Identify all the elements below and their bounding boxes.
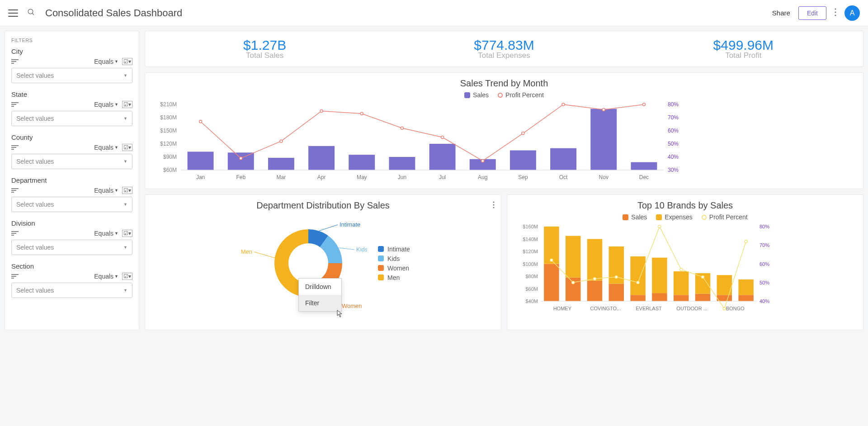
svg-point-4	[835, 14, 836, 16]
filters-heading: FILTERS	[11, 38, 132, 43]
checklist-icon[interactable]: ☑▾	[122, 230, 132, 237]
svg-point-44	[320, 110, 323, 113]
svg-text:60%: 60%	[668, 128, 679, 134]
svg-text:Intimate: Intimate	[340, 221, 360, 228]
svg-point-104	[702, 275, 704, 278]
equals-dropdown[interactable]: Equals▼	[94, 273, 118, 280]
svg-point-46	[401, 127, 403, 129]
svg-point-2	[835, 8, 836, 9]
equals-dropdown[interactable]: Equals▼	[94, 58, 118, 65]
svg-text:$180M: $180M	[160, 114, 177, 121]
select-values[interactable]: Select values▼	[11, 240, 132, 255]
equals-dropdown[interactable]: Equals▼	[94, 144, 118, 151]
brands-chart[interactable]: $40M$60M$80M$100M$120M$140M$160M40%50%60…	[515, 224, 778, 315]
svg-text:Jan: Jan	[196, 174, 205, 180]
checklist-icon[interactable]: ☑▾	[122, 58, 132, 65]
filter-county: County Equals▼ ☑▾ Select values▼	[11, 133, 132, 169]
legend-sales: Sales	[473, 91, 489, 99]
share-button[interactable]: Share	[772, 9, 790, 17]
kpi-value: $774.83M	[384, 38, 623, 53]
legend-expenses: Expenses	[665, 213, 692, 221]
svg-text:$40M: $40M	[525, 298, 538, 304]
filter-state: State Equals▼ ☑▾ Select values▼	[11, 90, 132, 126]
kpi: $774.83MTotal Expenses	[384, 38, 623, 60]
svg-text:Aug: Aug	[478, 174, 487, 180]
svg-line-59	[339, 248, 354, 250]
legend-item: Men	[378, 274, 410, 281]
checklist-icon[interactable]: ☑▾	[122, 144, 132, 151]
svg-text:Dec: Dec	[639, 174, 649, 180]
svg-rect-81	[587, 281, 602, 301]
select-values[interactable]: Select values▼	[11, 111, 132, 126]
svg-text:Jun: Jun	[398, 174, 406, 180]
svg-point-52	[642, 103, 645, 106]
legend-profit-pct-b: Profit Percent	[709, 213, 748, 221]
select-values[interactable]: Select values▼	[11, 283, 132, 298]
svg-text:Sep: Sep	[518, 174, 528, 180]
svg-point-3	[835, 11, 836, 13]
card-more-icon[interactable]	[493, 201, 495, 210]
svg-text:Mar: Mar	[277, 174, 286, 180]
svg-point-0	[28, 9, 33, 14]
svg-rect-21	[268, 158, 294, 170]
filter-city: City Equals▼ ☑▾ Select values▼	[11, 47, 132, 83]
svg-rect-23	[308, 146, 335, 170]
avatar[interactable]: A	[844, 5, 860, 21]
context-menu-filter[interactable]: Filter	[299, 295, 341, 311]
svg-text:70%: 70%	[668, 114, 679, 121]
svg-text:80%: 80%	[668, 102, 679, 108]
svg-text:60%: 60%	[760, 261, 769, 267]
search-icon[interactable]	[27, 8, 35, 18]
select-values[interactable]: Select values▼	[11, 154, 132, 169]
svg-text:80%: 80%	[760, 224, 769, 229]
equals-dropdown[interactable]: Equals▼	[94, 187, 118, 194]
svg-text:May: May	[357, 174, 367, 180]
filter-label: City	[11, 47, 132, 55]
checklist-icon[interactable]: ☑▾	[122, 187, 132, 194]
svg-point-98	[572, 281, 575, 284]
svg-rect-77	[544, 264, 559, 302]
sales-trend-chart[interactable]: $60M$90M$120M$150M$180M$210M30%40%50%60%…	[153, 102, 687, 184]
brands-legend: Sales Expenses Profit Percent	[515, 213, 855, 221]
svg-rect-82	[587, 239, 602, 281]
svg-rect-89	[674, 295, 689, 301]
svg-line-1	[32, 13, 34, 15]
app-header: Consolidated Sales Dashboard Share Edit …	[0, 0, 868, 26]
kpi-value: $499.96M	[624, 38, 863, 53]
checklist-icon[interactable]: ☑▾	[122, 101, 132, 108]
filters-panel: FILTERS City Equals▼ ☑▾ Select values▼St…	[5, 31, 139, 330]
select-values[interactable]: Select values▼	[11, 68, 132, 83]
svg-text:50%: 50%	[760, 280, 769, 285]
menu-icon[interactable]	[8, 9, 18, 17]
svg-text:$150M: $150M	[160, 128, 177, 134]
more-icon[interactable]	[835, 8, 836, 18]
svg-rect-88	[652, 258, 667, 293]
svg-point-48	[481, 160, 484, 162]
kpi-value: $1.27B	[145, 38, 384, 53]
sales-trend-legend: Sales Profit Percent	[153, 91, 855, 99]
equals-dropdown[interactable]: Equals▼	[94, 101, 118, 108]
select-values[interactable]: Select values▼	[11, 197, 132, 212]
svg-text:$60M: $60M	[525, 286, 538, 292]
svg-point-43	[280, 140, 283, 142]
svg-point-56	[493, 207, 495, 208]
context-menu-drilldown[interactable]: Drilldown	[299, 279, 341, 295]
filter-label: Department	[11, 176, 132, 184]
bars-icon	[11, 188, 19, 193]
svg-point-42	[240, 157, 242, 160]
svg-rect-33	[510, 151, 536, 170]
filter-division: Division Equals▼ ☑▾ Select values▼	[11, 219, 132, 255]
svg-rect-91	[695, 294, 710, 302]
checklist-icon[interactable]: ☑▾	[122, 273, 132, 280]
svg-rect-19	[228, 152, 254, 170]
svg-point-101	[637, 281, 639, 284]
svg-point-97	[550, 259, 553, 261]
bars-icon	[11, 231, 19, 236]
kpi: $1.27BTotal Sales	[145, 38, 384, 60]
filter-label: Division	[11, 219, 132, 227]
kpi-row: $1.27BTotal Sales$774.83MTotal Expenses$…	[145, 31, 863, 67]
equals-dropdown[interactable]: Equals▼	[94, 230, 118, 237]
svg-text:BONGO: BONGO	[726, 306, 745, 311]
svg-text:$90M: $90M	[163, 154, 177, 160]
edit-button[interactable]: Edit	[798, 6, 826, 20]
